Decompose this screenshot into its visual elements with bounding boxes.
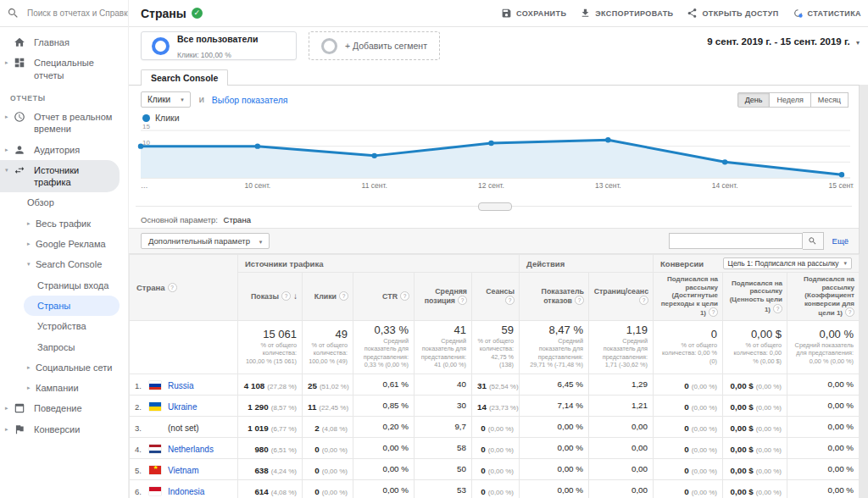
sidebar-item-queries[interactable]: Запросы — [0, 337, 128, 357]
country-flag — [149, 402, 161, 411]
sidebar-item-campaigns[interactable]: ▸ Кампании — [0, 378, 128, 398]
country-link[interactable]: Ukraine — [168, 402, 197, 412]
expand-arrow-icon: ▸ — [27, 362, 36, 371]
sidebar-item-overview[interactable]: Обзор — [0, 192, 128, 213]
cell-goal-completions: 0(0,00 %) — [654, 437, 723, 458]
cell-avg-position: 40 — [415, 374, 472, 395]
column-header-clicks[interactable]: Клики? — [303, 273, 353, 321]
group-header-behavior: Действия — [520, 255, 654, 273]
help-icon[interactable]: ? — [400, 291, 409, 301]
cell-avg-position: 30 — [415, 395, 472, 416]
export-button[interactable]: ЭКСПОРТИРОВАТЬ — [580, 8, 673, 19]
column-header-goal-value[interactable]: Подписался на рассылку (Ценность цели 1)… — [723, 273, 787, 321]
custom-reports-icon — [14, 57, 27, 69]
sidebar-item-search-console[interactable]: ▾ Search Console — [0, 254, 128, 274]
country-flag — [149, 445, 161, 453]
cell-goal-value: 0,00 $(0,00 %) — [723, 395, 787, 416]
download-icon — [580, 8, 591, 19]
sidebar-item-devices[interactable]: Устройства — [0, 316, 128, 336]
column-header-country[interactable]: Страна? — [130, 255, 238, 321]
cell-goal-value: 0,00 $(0,00 %) — [723, 479, 787, 498]
sidebar-item-countries[interactable]: Страны — [24, 296, 120, 316]
help-icon[interactable]: ? — [339, 291, 348, 301]
secondary-dimension-button[interactable]: Дополнительный параметр ▾ — [141, 233, 270, 249]
table-search-input[interactable] — [669, 233, 803, 249]
country-link[interactable]: Netherlands — [168, 445, 214, 454]
cell-bounce-rate: 7,14 % — [520, 395, 589, 416]
column-header-goal-completions[interactable]: Подписался на рассылку (Достигнутые пере… — [654, 273, 723, 321]
sidebar-search[interactable]: Поиск в отчетах и Справке — [0, 0, 128, 27]
granularity-day-button[interactable]: День — [737, 92, 771, 108]
help-icon[interactable]: ? — [639, 296, 648, 305]
help-icon[interactable]: ? — [773, 304, 782, 313]
cell-impressions: 4 108(27,28 %) — [238, 374, 303, 395]
sidebar-item-home[interactable]: Главная — [0, 32, 128, 53]
sidebar-item-custom-reports[interactable]: ▸ Специальные отчеты — [0, 53, 128, 86]
column-header-ctr[interactable]: CTR? — [353, 273, 415, 321]
metric-picker-link[interactable]: Выбор показателя — [212, 95, 288, 105]
chart-timeline-track — [136, 202, 852, 211]
sidebar-item-social[interactable]: ▸ Социальные сети — [0, 357, 128, 378]
sidebar-item-landing-pages[interactable]: Страницы входа — [0, 275, 128, 296]
cell-bounce-rate: 0,00 % — [520, 458, 589, 479]
cell-impressions: 1 019(6,77 %) — [238, 416, 303, 437]
analytics-app: Поиск в отчетах и Справке Главная ▸ Спец… — [0, 0, 868, 498]
share-button[interactable]: ОТКРЫТЬ ДОСТУП — [687, 8, 778, 19]
help-icon[interactable]: ? — [575, 296, 584, 305]
segment-all-users[interactable]: Все пользователи Клики: 100,00 % — [141, 31, 297, 60]
date-range-picker[interactable]: 9 сент. 2019 г. - 15 сент. 2019 г. ▾ — [707, 31, 860, 47]
sidebar-item-behavior[interactable]: ▸ Поведение — [0, 398, 128, 418]
sidebar-item-all-traffic[interactable]: ▸ Весь трафик — [0, 213, 128, 234]
sidebar-item-conversions[interactable]: ▸ Конверсии — [0, 419, 128, 440]
tab-search-console[interactable]: Search Console — [141, 69, 228, 86]
header-actions: СОХРАНИТЬ ЭКСПОРТИРОВАТЬ ОТКРЫТЬ ДОСТУП — [487, 8, 861, 19]
insights-icon — [793, 8, 804, 19]
row-rank: 3. — [135, 423, 149, 433]
granularity-month-button[interactable]: Месяц — [810, 92, 849, 108]
help-icon[interactable]: ? — [845, 307, 854, 317]
advanced-filter-link[interactable]: Ещё — [832, 236, 849, 246]
table-search-button[interactable] — [803, 232, 824, 250]
chart-controls: Клики ▾ И Выбор показателя День Неделя М… — [129, 86, 859, 109]
sidebar-section-reports[interactable]: ОТЧЕТЫ — [0, 86, 128, 107]
help-icon[interactable]: ? — [458, 296, 467, 305]
cell-bounce-rate: 6,45 % — [520, 374, 589, 395]
column-header-goal-rate[interactable]: Подписался на рассылку (Коэффициент конв… — [787, 273, 860, 321]
country-link[interactable]: Vietnam — [168, 466, 199, 475]
clock-icon — [14, 111, 27, 123]
sidebar-item-audience[interactable]: ▸ Аудитория — [0, 140, 128, 160]
sidebar-item-realtime[interactable]: ▸ Отчет в реальном времени — [0, 107, 128, 140]
help-icon[interactable]: ? — [505, 296, 515, 305]
insights-button[interactable]: СТАТИСТИКА — [793, 8, 861, 19]
sidebar-item-google-ads[interactable]: ▸ Google Реклама — [0, 234, 128, 254]
metric-select[interactable]: Клики ▾ — [141, 91, 191, 108]
svg-text:12 сент.: 12 сент. — [478, 181, 504, 190]
country-link[interactable]: (not set) — [168, 423, 199, 433]
cell-goal-rate: 0,00 % — [787, 458, 860, 479]
primary-dimension-value[interactable]: Страна — [224, 215, 251, 224]
goal-selector[interactable]: Цель 1: Подписался на рассылку ▾ — [723, 257, 852, 269]
cell-ctr: 0,61 % — [353, 374, 415, 395]
top-bar: Страны ✓ СОХРАНИТЬ ЭКСПОРТИРОВАТЬ — [129, 0, 868, 27]
column-header-bounce-rate[interactable]: Показатель отказов? — [520, 273, 589, 321]
save-button[interactable]: СОХРАНИТЬ — [501, 8, 566, 19]
table-column-header-row: Показы?↓ Клики? CTR? Средняя позиция? Се… — [130, 273, 860, 321]
and-label: И — [199, 96, 204, 104]
cell-ctr: 0,00 % — [353, 437, 415, 458]
country-link[interactable]: Indonesia — [168, 487, 204, 496]
granularity-week-button[interactable]: Неделя — [769, 92, 810, 108]
column-header-pages-per-session[interactable]: Страниц/сеанс? — [589, 273, 654, 321]
cell-bounce-rate: 0,00 % — [520, 416, 589, 437]
column-header-sessions[interactable]: Сеансы? — [472, 273, 520, 321]
help-icon[interactable]: ? — [281, 291, 291, 301]
help-icon[interactable]: ? — [168, 283, 177, 292]
add-segment-button[interactable]: + Добавить сегмент — [309, 31, 440, 60]
help-icon[interactable]: ? — [709, 307, 718, 317]
sidebar-item-acquisition[interactable]: ▾ Источники трафика — [0, 160, 120, 193]
total-goal-completions: 0% от общего количества: 0,00 % (0) — [654, 320, 723, 374]
column-header-impressions[interactable]: Показы?↓ — [238, 273, 303, 321]
country-link[interactable]: Russia — [168, 381, 194, 390]
cell-sessions: 14(23,73 %) — [472, 395, 520, 416]
column-header-avg-position[interactable]: Средняя позиция? — [415, 273, 472, 321]
chart-timeline-handle[interactable] — [478, 202, 512, 211]
